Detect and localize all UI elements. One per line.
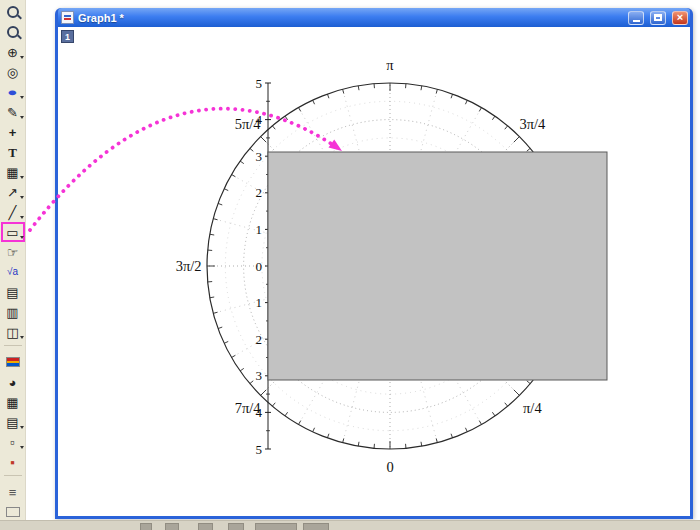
dropdown-arrow-icon[interactable] [20, 216, 24, 219]
close-button[interactable]: × [672, 11, 688, 25]
selection-on-active-plot-tool[interactable]: ● [1, 82, 25, 102]
data-reader-tool[interactable]: ◎ [1, 62, 25, 82]
text-tool[interactable]: T [1, 142, 25, 162]
layer-1-badge[interactable]: 1 [61, 30, 74, 43]
radial-tick-label: 0 [256, 259, 263, 274]
dropdown-arrow-icon[interactable] [20, 236, 24, 239]
toolbar-separator [4, 475, 22, 482]
clipped-ui-fragment [228, 523, 244, 530]
clipped-ui-fragment [165, 523, 179, 530]
hand-icon: ☞ [7, 246, 19, 259]
dropdown-arrow-icon[interactable] [20, 426, 24, 429]
rectangle-icon: ▭ [6, 226, 18, 239]
draw-data-tool[interactable]: ✎ [1, 102, 25, 122]
letter-t-icon: T [8, 146, 17, 159]
angular-tick-label: 5π/4 [235, 116, 262, 132]
picture-icon: ▤ [6, 286, 18, 299]
dropdown-arrow-icon[interactable] [20, 116, 24, 119]
insert-graph-tool[interactable]: ▥ [1, 302, 25, 322]
graph-page: 54321012345π3π/4π/407π/43π/25π/4 1 [58, 27, 690, 516]
arrow-icon: ↗ [7, 186, 18, 199]
radial-tick-label: 5 [256, 442, 263, 457]
drawn-rectangle[interactable] [268, 152, 607, 380]
clipped-ui-fragment [303, 523, 329, 530]
lines-icon: ≡ [9, 486, 17, 499]
object-edit-tool[interactable]: ▫ [1, 432, 25, 452]
table-icon: ▦ [6, 166, 18, 179]
radial-tick-label: 1 [256, 222, 263, 237]
rainbow-stripes-icon [6, 357, 20, 367]
tools-toolbar: ⊕◎●✎+T▦↗╱▭☞√a▤▥◫◕▦▤▫▪≡ [0, 0, 26, 520]
layer-tool[interactable]: ◫ [1, 322, 25, 342]
polar-chart: 54321012345π3π/4π/407π/43π/25π/4 [58, 27, 690, 516]
clipped-ui-fragment [140, 523, 152, 530]
graph-window[interactable]: Graph1 * × 54321012345π3π/4π/407π/43π/25… [55, 8, 693, 519]
line-tool[interactable]: ╱ [1, 202, 25, 222]
partial-circle-icon: ◕ [9, 376, 17, 389]
grid-tool[interactable]: ▦ [1, 392, 25, 412]
pencil-icon: ✎ [7, 106, 18, 119]
color-bars-icon [6, 507, 20, 517]
clipped-bottom-toolbar [0, 520, 700, 530]
graph-window-icon [61, 11, 74, 24]
magnifier-icon [7, 6, 19, 18]
radial-tick-label: 2 [256, 332, 263, 347]
radial-tick-label: 5 [256, 76, 263, 91]
zoom-in-tool[interactable] [1, 2, 25, 22]
angular-tick-label: π [386, 57, 394, 73]
angular-tick-label: 0 [386, 459, 393, 475]
clipped-ui-fragment [255, 523, 297, 530]
pie-tool[interactable]: ◕ [1, 372, 25, 392]
arrow-tool[interactable]: ↗ [1, 182, 25, 202]
pan-tool[interactable]: ☞ [1, 242, 25, 262]
clipped-ui-fragment [198, 523, 213, 530]
radial-tick-label: 3 [256, 368, 263, 383]
script-tool[interactable]: ≡ [1, 482, 25, 502]
radial-tick-label: 3 [256, 149, 263, 164]
crosshair-circle-icon: ⊕ [7, 46, 18, 59]
annotation-tool[interactable]: + [1, 122, 25, 142]
radial-tick-label: 1 [256, 295, 263, 310]
insert-image-tool[interactable]: ▤ [1, 282, 25, 302]
angular-tick-label: 7π/4 [235, 400, 262, 416]
radial-tick-label: 2 [256, 185, 263, 200]
magnifier-page-icon [7, 26, 19, 38]
toolbar-separator [4, 345, 22, 352]
sheet-icon: ▤ [6, 416, 18, 429]
bullseye-icon: ◎ [7, 66, 18, 79]
palette-tool[interactable] [1, 502, 25, 522]
angular-tick-label: 3π/4 [519, 116, 546, 132]
worksheet-tool[interactable]: ▤ [1, 412, 25, 432]
rectangle-tool[interactable]: ▭ [1, 222, 25, 242]
minimize-icon [633, 20, 640, 22]
chart-icon: ▥ [6, 306, 18, 319]
dropdown-arrow-icon[interactable] [20, 56, 24, 59]
grid-icon: ▦ [6, 396, 18, 409]
sqrt-a-icon: √a [7, 267, 18, 277]
color-scale-tool[interactable] [1, 352, 25, 372]
small-square-icon: ▫ [10, 436, 15, 449]
angular-tick-label: π/4 [523, 400, 542, 416]
dropdown-arrow-icon[interactable] [20, 196, 24, 199]
dropdown-arrow-icon[interactable] [20, 96, 24, 99]
layers-icon: ◫ [6, 326, 18, 339]
maximize-button[interactable] [650, 11, 666, 25]
angular-tick-label: 3π/2 [176, 258, 202, 274]
red-square-icon: ▪ [10, 456, 15, 469]
graph-window-title: Graph1 * [78, 12, 622, 24]
minimize-button[interactable] [628, 11, 644, 25]
dropdown-arrow-icon[interactable] [20, 176, 24, 179]
insert-equation-tool[interactable]: √a [1, 262, 25, 282]
marker-tool[interactable]: ▪ [1, 452, 25, 472]
graph-window-titlebar[interactable]: Graph1 * × [58, 8, 690, 27]
screen-reader-tool[interactable]: ⊕ [1, 42, 25, 62]
dropdown-arrow-icon[interactable] [20, 336, 24, 339]
plus-icon: + [9, 126, 17, 139]
insert-table-tool[interactable]: ▦ [1, 162, 25, 182]
dropdown-arrow-icon[interactable] [20, 446, 24, 449]
line-icon: ╱ [9, 206, 17, 219]
maximize-icon [654, 14, 662, 21]
blue-oval-icon: ● [7, 87, 18, 98]
zoom-out-tool[interactable] [1, 22, 25, 42]
